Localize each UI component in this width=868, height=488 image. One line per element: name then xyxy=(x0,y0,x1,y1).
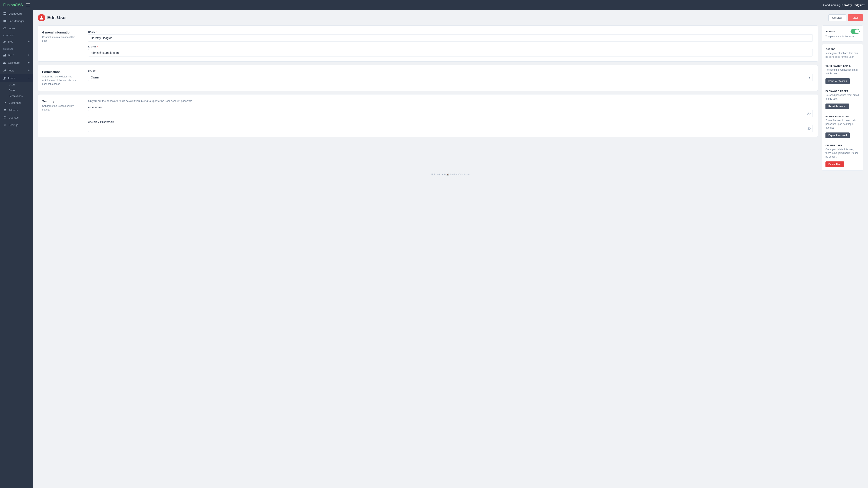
sidebar-item-label: Addons xyxy=(9,109,18,112)
reset-password-button[interactable]: Reset Password xyxy=(826,103,849,109)
sidebar-sub-users[interactable]: Users xyxy=(0,82,33,88)
actions-title: Actions xyxy=(826,47,860,51)
go-back-button[interactable]: Go Back xyxy=(828,14,846,21)
svg-point-18 xyxy=(41,16,42,18)
svg-rect-1 xyxy=(5,12,6,13)
password-toggle-button[interactable] xyxy=(807,112,811,116)
add-icon[interactable]: + xyxy=(28,40,30,43)
sidebar-item-file-manager[interactable]: File Manager xyxy=(0,17,33,25)
confirm-password-input[interactable] xyxy=(88,125,813,132)
sidebar-item-seo[interactable]: SEO + xyxy=(0,51,33,59)
general-info-desc: General information about this user. xyxy=(42,35,79,43)
sidebar-item-label: Customize xyxy=(9,101,21,104)
sidebar-item-dashboard[interactable]: Dashboard xyxy=(0,10,33,17)
sidebar-section-system: SYSTEM xyxy=(0,45,33,51)
permissions-desc: Select the role to determine which areas… xyxy=(42,75,79,86)
svg-rect-3 xyxy=(5,14,6,15)
role-label: ROLE* xyxy=(88,70,813,72)
expire-password-button[interactable]: Expire Password xyxy=(826,132,850,138)
svg-rect-13 xyxy=(4,109,5,110)
add-icon[interactable]: + xyxy=(28,61,30,64)
role-select[interactable]: Owner Admin Editor Contributor Subscribe… xyxy=(88,74,813,81)
confirm-password-label: CONFIRM PASSWORD xyxy=(88,121,813,124)
delete-user-button[interactable]: Delete User xyxy=(826,161,844,167)
svg-point-22 xyxy=(808,128,809,129)
email-input[interactable] xyxy=(88,49,813,57)
actions-desc: Management actions that can be performed… xyxy=(826,51,860,59)
puzzle-icon xyxy=(3,108,7,112)
password-label: PASSWORD xyxy=(88,106,813,109)
svg-point-17 xyxy=(4,125,5,125)
sidebar-item-label: Updates xyxy=(9,116,19,119)
security-title: Security xyxy=(42,99,79,103)
gear-icon xyxy=(3,123,7,127)
confirm-password-toggle-button[interactable] xyxy=(807,127,811,130)
user-greeting: Good morning, Dorothy Hodgkin▾ xyxy=(823,3,865,7)
brand-logo[interactable]: FusionCMS xyxy=(3,3,23,7)
svg-point-20 xyxy=(808,113,809,114)
status-panel: STATUS Toggle to disable this user. xyxy=(822,26,863,41)
brand-name: FusionCMS xyxy=(3,3,23,7)
sidebar-item-blog[interactable]: Blog + xyxy=(0,38,33,45)
sidebar-item-users[interactable]: Users − xyxy=(0,74,33,82)
footer: Built with ♥ & ☕ by the efelle team xyxy=(38,171,863,178)
page-title: Edit User xyxy=(47,15,67,20)
sidebar-section-content: CONTENT xyxy=(0,32,33,38)
expire-password-label: EXPIRE PASSWORD xyxy=(826,115,860,118)
brush-icon xyxy=(3,101,7,104)
footer-text: Built with ♥ & ☕ by the efelle team xyxy=(431,173,470,176)
status-label: STATUS xyxy=(826,30,835,33)
inbox-icon xyxy=(3,27,7,30)
password-reset-label: PASSWORD RESET xyxy=(826,90,860,92)
send-verification-button[interactable]: Send Verification xyxy=(826,78,850,84)
name-input[interactable] xyxy=(88,34,813,42)
sidebar-item-tools[interactable]: Tools + xyxy=(0,67,33,74)
sidebar-item-inbox[interactable]: Inbox xyxy=(0,25,33,32)
svg-rect-5 xyxy=(4,55,5,57)
svg-point-10 xyxy=(5,63,5,64)
collapse-icon[interactable]: − xyxy=(28,76,30,80)
permissions-card: Permissions Select the role to determine… xyxy=(38,65,818,91)
verification-email-label: VERIFICATION EMAIL xyxy=(826,65,860,67)
refresh-icon xyxy=(3,116,7,119)
svg-point-11 xyxy=(4,77,5,78)
hamburger-menu[interactable] xyxy=(26,3,30,6)
main-content: Edit User Go Back Save General Informati… xyxy=(33,10,868,488)
svg-rect-14 xyxy=(5,109,6,110)
sidebar-item-customize[interactable]: Customize xyxy=(0,99,33,106)
save-button[interactable]: Save xyxy=(848,14,863,21)
password-reset-desc: Re-send password reset email to this use… xyxy=(826,93,860,101)
email-label: E-MAIL* xyxy=(88,45,813,48)
sidebar-sub-roles[interactable]: Roles xyxy=(0,88,33,93)
status-hint: Toggle to disable this user. xyxy=(826,35,860,38)
sidebar-item-label: Users xyxy=(8,76,15,80)
general-info-card: General Information General information … xyxy=(38,26,818,62)
password-input[interactable] xyxy=(88,110,813,117)
actions-panel: Actions Management actions that can be p… xyxy=(822,44,863,171)
svg-rect-15 xyxy=(4,110,5,111)
svg-point-9 xyxy=(4,62,4,63)
status-toggle[interactable] xyxy=(850,29,860,34)
general-info-title: General Information xyxy=(42,31,79,34)
delete-user-label: DELETE USER xyxy=(826,144,860,147)
sidebar-item-configure[interactable]: Configure + xyxy=(0,59,33,67)
svg-rect-16 xyxy=(5,110,6,111)
wrench-icon xyxy=(3,69,6,72)
sidebar-item-label: Inbox xyxy=(9,27,15,30)
sidebar-sub-permissions[interactable]: Permissions xyxy=(0,93,33,99)
sidebar: Dashboard File Manager Inbox CONTENT Blo… xyxy=(0,10,33,488)
add-icon[interactable]: + xyxy=(28,53,30,57)
svg-point-12 xyxy=(5,77,6,78)
verification-email-desc: Re-send the verification email to this u… xyxy=(826,68,860,75)
sidebar-item-settings[interactable]: Settings xyxy=(0,121,33,129)
user-avatar-icon xyxy=(38,14,45,21)
security-desc: Configure this user's security details. xyxy=(42,104,79,111)
sidebar-item-addons[interactable]: Addons xyxy=(0,106,33,114)
pen-icon xyxy=(3,40,6,43)
sidebar-item-updates[interactable]: Updates xyxy=(0,114,33,121)
sidebar-item-label: Configure xyxy=(8,61,20,64)
svg-rect-0 xyxy=(3,12,5,13)
chart-icon xyxy=(3,53,6,56)
add-icon[interactable]: + xyxy=(28,69,30,72)
grid-icon xyxy=(3,12,7,15)
